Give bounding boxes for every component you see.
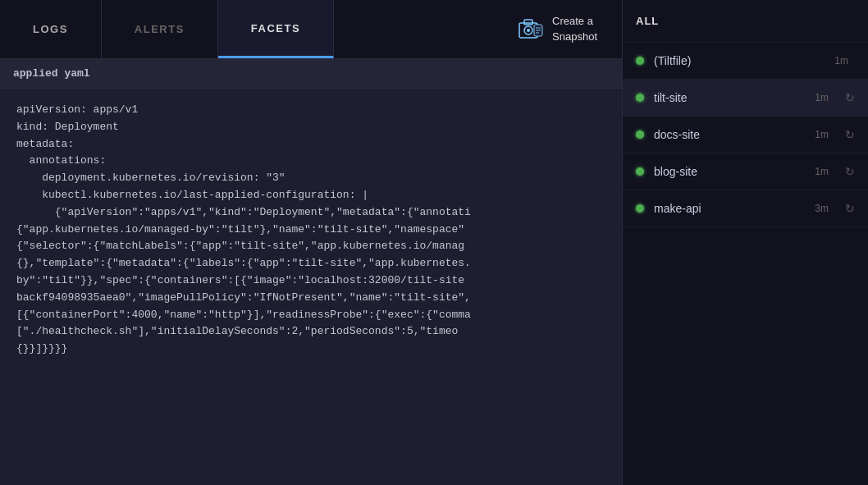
- sidebar-item-make-api[interactable]: make-api 3m ↻: [623, 190, 868, 227]
- refresh-icon-blog-site[interactable]: ↻: [845, 165, 855, 178]
- sidebar-item-tilt-site[interactable]: tilt-site 1m ↻: [623, 80, 868, 117]
- status-dot-tilt-site: [636, 94, 644, 102]
- create-snapshot-button[interactable]: Create a Snapshot: [493, 0, 622, 58]
- snapshot-icon: [518, 16, 544, 43]
- sidebar-item-all[interactable]: ALL: [623, 0, 868, 43]
- applied-yaml-header: applied yaml: [0, 59, 622, 89]
- item-name-tiltfile: (Tiltfile): [654, 54, 825, 67]
- tab-alerts[interactable]: ALERTS: [102, 0, 218, 58]
- nav-tabs: LOGS ALERTS FACETS Create a Snapshot: [0, 0, 622, 59]
- sidebar-all-label: ALL: [636, 15, 659, 27]
- item-name-make-api: make-api: [654, 202, 805, 215]
- sidebar-item-docs-site[interactable]: docs-site 1m ↻: [623, 117, 868, 153]
- item-time-tiltfile: 1m: [834, 55, 848, 66]
- item-name-docs-site: docs-site: [654, 128, 805, 141]
- tab-facets[interactable]: FACETS: [218, 0, 334, 58]
- refresh-icon-tilt-site[interactable]: ↻: [845, 91, 855, 104]
- svg-point-3: [527, 29, 530, 32]
- refresh-icon-make-api[interactable]: ↻: [845, 202, 855, 215]
- tab-logs[interactable]: LOGS: [0, 0, 102, 58]
- status-dot-tiltfile: [636, 57, 644, 65]
- item-time-make-api: 3m: [815, 203, 829, 214]
- status-dot-make-api: [636, 204, 644, 213]
- item-time-tilt-site: 1m: [815, 92, 829, 103]
- sidebar-item-blog-site[interactable]: blog-site 1m ↻: [623, 153, 868, 190]
- sidebar: ALL (Tiltfile) 1m tilt-site 1m ↻ docs-si…: [622, 0, 868, 485]
- status-dot-blog-site: [636, 167, 644, 176]
- code-content[interactable]: apiVersion: apps/v1 kind: Deployment met…: [0, 89, 622, 485]
- item-time-blog-site: 1m: [815, 166, 829, 177]
- status-dot-docs-site: [636, 130, 644, 139]
- svg-rect-1: [524, 20, 532, 25]
- item-name-tilt-site: tilt-site: [654, 91, 805, 104]
- create-snapshot-label: Create a Snapshot: [552, 14, 597, 43]
- item-time-docs-site: 1m: [815, 129, 829, 140]
- main-area: LOGS ALERTS FACETS Create a Snapshot: [0, 0, 622, 485]
- refresh-icon-docs-site[interactable]: ↻: [845, 128, 855, 141]
- sidebar-item-tiltfile[interactable]: (Tiltfile) 1m: [623, 43, 868, 80]
- content-area: applied yaml apiVersion: apps/v1 kind: D…: [0, 59, 622, 485]
- item-name-blog-site: blog-site: [654, 165, 805, 178]
